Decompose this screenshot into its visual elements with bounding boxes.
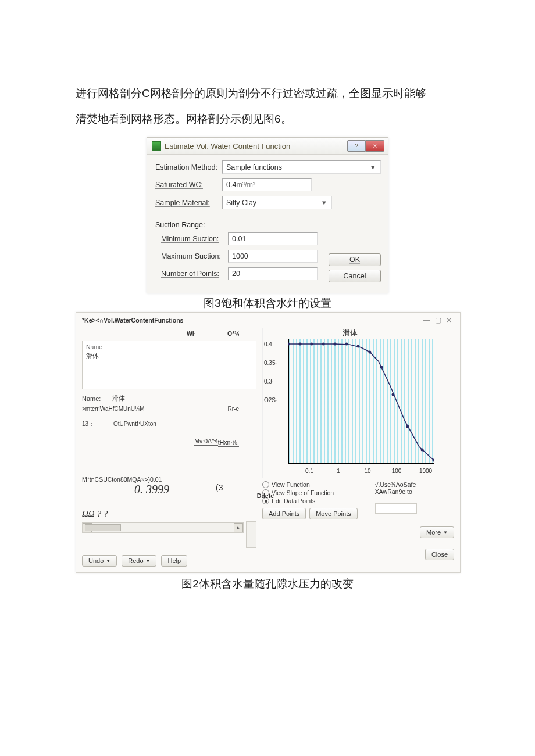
- aw-range-label: XAwRan9e:to: [375, 488, 417, 495]
- vwc-functions-dialog: *Ke><∩Vol.WaterContentFunctions — ▢ ✕ Wi…: [76, 312, 461, 573]
- svg-point-0: [288, 343, 290, 346]
- functions-listbox[interactable]: Name 滑体: [82, 341, 256, 389]
- scroll-right-icon[interactable]: ▸: [234, 523, 243, 532]
- chevron-down-icon: ▼: [106, 558, 110, 564]
- more-button[interactable]: More▼: [420, 526, 454, 538]
- sample-material-label: Sample Material:: [155, 199, 222, 207]
- svg-point-3: [322, 343, 325, 346]
- sample-material-select[interactable]: Silty Clay ▾: [222, 196, 332, 209]
- swcc-chart: 滑体 0.4 0.35· 0.3· O2S· 0.1 1 10 100 1000: [262, 328, 437, 478]
- max-suction-input[interactable]: 1000: [228, 250, 318, 263]
- big-value: 0. 3999: [134, 483, 169, 496]
- svg-point-11: [421, 449, 424, 452]
- undo-button[interactable]: Undo▼: [82, 555, 117, 567]
- intro-line-1: 进行网格剖分C网格剖分的原则为剖分不行过密或过疏，全图显示时能够: [76, 87, 426, 99]
- delete-label[interactable]: Ddete: [257, 492, 274, 499]
- rhs-thxn: tHxn·⅞.: [218, 439, 239, 447]
- redo-button[interactable]: Redo▼: [122, 555, 156, 567]
- y-tick: O2S·: [264, 397, 277, 403]
- num-points-input[interactable]: 20: [228, 267, 318, 280]
- close-icon[interactable]: ✕: [446, 316, 452, 324]
- estimation-method-value: Sample functions: [226, 163, 369, 171]
- x-tick: 0.1: [305, 468, 313, 474]
- minimize-icon[interactable]: —: [423, 316, 430, 324]
- max-suction-label: Maximum Suction:: [155, 252, 228, 260]
- svg-point-6: [357, 345, 360, 348]
- small-values: ΩΩ ? ?: [82, 509, 256, 519]
- y-tick: 0.35·: [264, 360, 277, 366]
- meta-ot: OtUPwntf¹UXton: [113, 421, 156, 427]
- list-item[interactable]: 滑体: [86, 352, 252, 360]
- x-tick: 1: [337, 468, 340, 474]
- estimate-dialog: Estimate Vol. Water Content Function ? X…: [147, 137, 388, 293]
- saturated-wc-value: 0.4: [226, 181, 236, 189]
- rhs-mv: Mv:0Λ^4: [194, 438, 218, 446]
- estimation-method-select[interactable]: Sample functions ▾: [222, 160, 381, 174]
- list-header: Name: [86, 343, 252, 350]
- move-points-button[interactable]: Move Points: [309, 508, 358, 519]
- x-tick: 100: [392, 468, 402, 474]
- help-button[interactable]: ?: [347, 140, 366, 152]
- svg-point-1: [299, 343, 302, 346]
- saturated-wc-input[interactable]: 0.4m³/m³: [222, 178, 312, 191]
- min-suction-label: Minimum Suction:: [155, 235, 228, 243]
- meta-rre: Rr-e: [228, 406, 256, 412]
- add-points-button[interactable]: Add Points: [262, 508, 306, 519]
- chart-title: 滑体: [263, 328, 437, 338]
- paren-three: (3: [216, 483, 223, 492]
- help-button-2[interactable]: Help: [161, 555, 187, 567]
- cancel-button[interactable]: Cancel: [329, 270, 381, 282]
- svg-point-10: [406, 425, 409, 428]
- maximize-icon[interactable]: ▢: [435, 316, 441, 324]
- svg-point-5: [345, 343, 348, 346]
- figure2-caption: 图2体积含水量随孔隙水压力的改变: [76, 576, 459, 592]
- radio-edit-points[interactable]: Edit Data Points: [262, 497, 358, 504]
- v-scrollbar[interactable]: [246, 521, 256, 548]
- meta-line-1: >mtcrrlWaHfCMUnU¼M: [82, 406, 145, 412]
- svg-point-9: [392, 393, 395, 396]
- h-scrollbar[interactable]: ◂ ▸: [82, 522, 244, 533]
- scroll-thumb[interactable]: [85, 524, 121, 531]
- app-icon: [152, 141, 161, 151]
- saturated-wc-label: Saturated WC:: [155, 181, 222, 189]
- col-o: O*¼: [227, 330, 240, 337]
- radio-view-slope[interactable]: View Slope of Function: [262, 489, 358, 496]
- num-points-label: Number of Points:: [155, 270, 228, 278]
- name-input[interactable]: 滑体: [110, 394, 127, 403]
- dialog2-title: *Ke><∩Vol.WaterContentFunctions: [82, 317, 183, 324]
- right-panel: 滑体 0.4 0.35· 0.3· O2S· 0.1 1 10 100 1000: [262, 328, 454, 567]
- suction-range-label: Suction Range:: [155, 221, 381, 229]
- x-tick: 1000: [419, 468, 432, 474]
- radio-view-function[interactable]: View Function: [262, 481, 358, 488]
- svg-point-2: [311, 343, 313, 346]
- svg-point-7: [369, 351, 372, 354]
- estimation-method-label: Estimation Method:: [155, 163, 222, 171]
- chevron-down-icon: ▾: [369, 163, 377, 171]
- col-w: Wi·: [187, 330, 227, 337]
- left-panel: Wi· O*¼ Name 滑体 Name: 滑体 >mtcrrlWaHfCMUn…: [82, 328, 256, 567]
- sample-material-value: Silty Clay: [226, 199, 320, 207]
- x-tick: 10: [364, 468, 370, 474]
- intro-line-2: 清焚地看到网格形态。网格剖分示例见图6。: [76, 113, 292, 125]
- use-safe-label: √.Use⅞ΛoSafe: [375, 481, 417, 488]
- dialog-title: Estimate Vol. Water Content Function: [165, 142, 290, 151]
- close-button[interactable]: X: [366, 140, 384, 152]
- min-suction-input[interactable]: 0.01: [228, 232, 318, 245]
- chart-curve: [288, 339, 434, 464]
- saturated-wc-unit: m³/m³: [236, 181, 255, 189]
- chevron-down-icon: ▾: [320, 198, 328, 207]
- name-label: Name:: [82, 395, 105, 402]
- mtn-value-row: M*tnCSUCton80MQA»>)0.01: [82, 476, 256, 483]
- ok-button[interactable]: OK: [329, 253, 381, 266]
- y-tick: 0.4: [264, 341, 272, 347]
- chevron-down-icon: ▼: [146, 558, 151, 564]
- svg-point-8: [380, 366, 383, 369]
- range-input[interactable]: [375, 503, 417, 514]
- chevron-down-icon: ▼: [443, 530, 448, 535]
- close-button-2[interactable]: Close: [425, 549, 454, 560]
- y-tick: 0.3·: [264, 378, 274, 385]
- dialog-titlebar: Estimate Vol. Water Content Function ? X: [147, 138, 388, 155]
- meta-13: 13：: [82, 421, 94, 427]
- figure3-caption: 图3饱和体积含水灶的设置: [76, 296, 459, 311]
- svg-point-4: [334, 343, 337, 346]
